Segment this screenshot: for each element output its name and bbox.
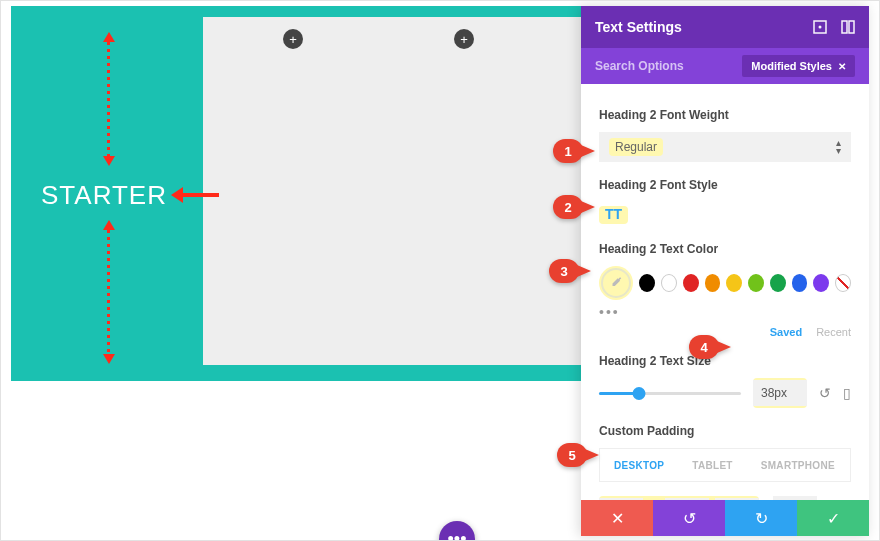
annotation-arrow-right xyxy=(171,187,219,203)
section-label-custom-padding: Custom Padding xyxy=(599,424,851,438)
color-swatch[interactable] xyxy=(639,274,655,292)
panel-footer: ✕ ↺ ↻ ✓ xyxy=(581,500,869,536)
tab-desktop[interactable]: DESKTOP xyxy=(600,449,678,481)
plus-icon: + xyxy=(460,32,468,47)
tab-smartphone[interactable]: SMARTPHONE xyxy=(747,449,849,481)
snap-icon[interactable] xyxy=(841,20,855,34)
color-swatch[interactable] xyxy=(726,274,742,292)
svg-rect-3 xyxy=(849,21,854,33)
plus-icon: + xyxy=(289,32,297,47)
section-label-font-style: Heading 2 Font Style xyxy=(599,178,851,192)
cancel-button[interactable]: ✕ xyxy=(581,500,653,536)
undo-button[interactable]: ↺ xyxy=(653,500,725,536)
chevron-updown-icon: ▴▾ xyxy=(836,139,841,155)
uppercase-toggle[interactable]: TT xyxy=(599,202,628,226)
add-module-button[interactable]: + xyxy=(454,29,474,49)
color-swatch[interactable] xyxy=(705,274,721,292)
save-button[interactable]: ✓ xyxy=(797,500,869,536)
color-swatch[interactable] xyxy=(683,274,699,292)
add-module-button[interactable]: + xyxy=(283,29,303,49)
check-icon: ✓ xyxy=(827,509,840,528)
color-swatch[interactable] xyxy=(813,274,829,292)
close-icon[interactable]: ✕ xyxy=(838,61,846,72)
panel-header: Text Settings xyxy=(581,6,869,48)
close-icon: ✕ xyxy=(611,509,624,528)
annotation-callout: 2 xyxy=(553,195,595,219)
font-weight-value: Regular xyxy=(615,140,657,154)
filter-badge[interactable]: Modified Styles ✕ xyxy=(742,55,855,77)
panel-subheader: Search Options Modified Styles ✕ xyxy=(581,48,869,84)
tab-tablet[interactable]: TABLET xyxy=(678,449,747,481)
panel-title: Text Settings xyxy=(595,19,682,35)
section-label-font-weight: Heading 2 Font Weight xyxy=(599,108,851,122)
panel-body: Heading 2 Font Weight Regular ▴▾ Heading… xyxy=(581,84,869,500)
svg-point-1 xyxy=(819,26,822,29)
settings-panel: Text Settings Search Options Modified St… xyxy=(581,6,869,536)
color-swatch[interactable] xyxy=(661,274,677,292)
color-swatch-none[interactable] xyxy=(835,274,851,292)
color-swatch[interactable] xyxy=(748,274,764,292)
redo-icon: ↻ xyxy=(755,509,768,528)
heading-starter: STARTER xyxy=(41,180,167,211)
expand-icon[interactable] xyxy=(813,20,827,34)
redo-button[interactable]: ↻ xyxy=(725,500,797,536)
search-options-label[interactable]: Search Options xyxy=(595,59,684,73)
filter-badge-label: Modified Styles xyxy=(751,60,832,72)
color-swatch[interactable] xyxy=(792,274,808,292)
page-preview: STARTER + + xyxy=(11,6,581,381)
recent-colors-tab[interactable]: Recent xyxy=(816,326,851,338)
text-size-slider[interactable] xyxy=(599,392,741,395)
annotation-arrow-vertical xyxy=(107,34,110,164)
color-swatch-row xyxy=(599,266,851,300)
undo-icon: ↺ xyxy=(683,509,696,528)
device-tabs: DESKTOP TABLET SMARTPHONE xyxy=(599,448,851,482)
annotation-callout: 5 xyxy=(557,443,599,467)
annotation-callout: 3 xyxy=(549,259,591,283)
annotation-callout: 1 xyxy=(553,139,595,163)
color-swatch[interactable] xyxy=(770,274,786,292)
section-label-text-color: Heading 2 Text Color xyxy=(599,242,851,256)
font-weight-select[interactable]: Regular ▴▾ xyxy=(599,132,851,162)
saved-colors-tab[interactable]: Saved xyxy=(770,326,802,338)
module-placeholder[interactable] xyxy=(203,17,581,365)
svg-rect-2 xyxy=(842,21,847,33)
more-colors-icon[interactable]: ••• xyxy=(599,304,851,320)
reset-icon[interactable]: ↺ xyxy=(819,385,831,401)
text-size-input[interactable]: 38px xyxy=(753,380,807,406)
annotation-arrow-vertical xyxy=(107,222,110,362)
eyedropper-button[interactable] xyxy=(601,268,631,298)
device-icon[interactable]: ▯ xyxy=(843,385,851,401)
dots-icon: ••• xyxy=(448,529,467,542)
annotation-callout: 4 xyxy=(689,335,731,359)
builder-fab[interactable]: ••• xyxy=(439,521,475,541)
